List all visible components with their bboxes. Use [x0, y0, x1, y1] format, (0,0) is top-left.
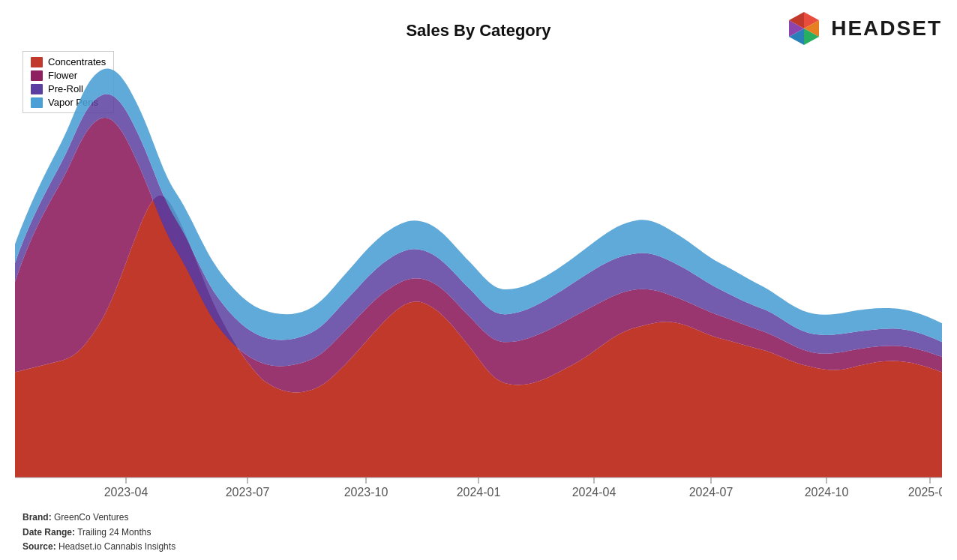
footer-info: Brand: GreenCo Ventures Date Range: Trai… [22, 511, 176, 554]
svg-text:2024-04: 2024-04 [572, 485, 616, 499]
footer-date-range-value: Trailing 24 Months [77, 527, 151, 538]
footer-date-range-label: Date Range: [22, 527, 75, 538]
footer-brand: Brand: GreenCo Ventures [22, 511, 176, 525]
svg-text:2025-01: 2025-01 [908, 485, 942, 499]
svg-text:2024-10: 2024-10 [805, 485, 849, 499]
svg-text:2023-07: 2023-07 [226, 485, 270, 499]
footer-source-label: Source: [22, 541, 56, 552]
footer-brand-label: Brand: [22, 512, 52, 523]
footer-source-value: Headset.io Cannabis Insights [58, 541, 176, 552]
page-container: HEADSET Sales By Category Concentrates F… [0, 0, 957, 560]
svg-text:2024-01: 2024-01 [457, 485, 501, 499]
svg-text:2023-04: 2023-04 [104, 485, 148, 499]
svg-text:2023-10: 2023-10 [344, 485, 388, 499]
footer-source: Source: Headset.io Cannabis Insights [22, 540, 176, 554]
svg-text:2024-07: 2024-07 [689, 485, 734, 499]
footer-date-range: Date Range: Trailing 24 Months [22, 526, 176, 540]
footer-brand-value: GreenCo Ventures [54, 512, 128, 523]
chart-title: Sales By Category [0, 21, 957, 40]
chart-svg: 2023-04 2023-07 2023-10 2024-01 2024-04 … [15, 49, 942, 500]
chart-area: 2023-04 2023-07 2023-10 2024-01 2024-04 … [15, 49, 942, 500]
